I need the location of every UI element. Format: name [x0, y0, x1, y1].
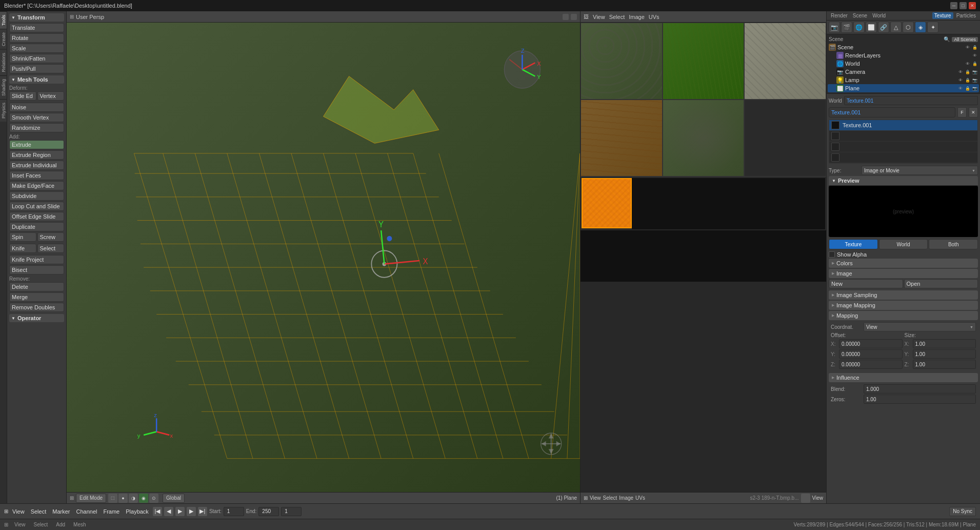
playback-btn-tl[interactable]: Playback	[124, 508, 151, 515]
frame-btn-tl[interactable]: Frame	[101, 508, 122, 515]
type-dropdown[interactable]: Image or Movie	[862, 166, 978, 175]
subdivide-btn[interactable]: Subdivide	[9, 191, 64, 201]
render-icon-4[interactable]: 📷	[972, 69, 978, 75]
sb-mesh-btn[interactable]: Mesh	[71, 522, 88, 527]
image-open-btn[interactable]: Open	[904, 279, 978, 288]
select-btn[interactable]: Select	[37, 244, 65, 253]
texture-new-btn[interactable]: F	[957, 107, 967, 117]
tree-item-lamp[interactable]: 💡 Lamp 👁 🔒 📷	[828, 76, 979, 84]
texture-item-4[interactable]	[829, 152, 977, 163]
uv-img-concrete[interactable]	[744, 23, 826, 100]
next-frame-btn[interactable]: ▶	[187, 507, 196, 516]
rp-texture-tab[interactable]: Texture	[932, 12, 953, 19]
knife-btn[interactable]: Knife	[9, 244, 36, 253]
image-sampling-header[interactable]: Image Sampling	[829, 290, 978, 300]
all-scenes-btn[interactable]: All Scenes	[952, 37, 978, 42]
operator-header[interactable]: Operator	[9, 314, 64, 322]
tree-item-camera[interactable]: 📷 Camera 👁 🔒 📷	[828, 68, 979, 76]
lock-icon-4[interactable]: 🔒	[965, 69, 971, 75]
uv-img-grass[interactable]	[663, 23, 745, 100]
prop-render-icon[interactable]: 📷	[829, 22, 840, 33]
influence-header[interactable]: Influence	[829, 373, 978, 382]
marker-btn-tl[interactable]: Marker	[50, 508, 72, 515]
uv-toggle[interactable]	[801, 494, 810, 503]
tree-item-plane[interactable]: ⬜ Plane 👁 🔒 📷	[828, 84, 979, 92]
tree-item-world[interactable]: 🌐 World 👁 🔒	[828, 60, 979, 68]
uv-selected-img[interactable]	[582, 178, 632, 228]
uv-black-area[interactable]	[632, 178, 825, 229]
render-icon-5[interactable]: 📷	[972, 77, 978, 83]
spin-btn[interactable]: Spin	[9, 232, 36, 242]
viewport[interactable]: ⊞ User Persp .grid-line { stroke: #e8a00…	[67, 11, 580, 503]
remove-doubles-btn[interactable]: Remove Doubles	[9, 303, 64, 312]
tab-relations[interactable]: Relations	[0, 49, 7, 75]
play-start-btn[interactable]: |◀	[153, 507, 162, 516]
texture-item-3[interactable]	[829, 142, 977, 152]
mesh-tools-header[interactable]: Mesh Tools	[9, 75, 64, 84]
viewport-type-icon[interactable]: ⊞	[70, 14, 74, 19]
screw-btn[interactable]: Screw	[37, 232, 65, 242]
size-x-val[interactable]: 1.00	[913, 339, 976, 348]
scale-btn[interactable]: Scale	[9, 44, 64, 53]
prop-scene-icon[interactable]: 🎬	[841, 22, 852, 33]
offset-x-val[interactable]: 0.00000	[839, 339, 903, 348]
uv-img-wood[interactable]	[581, 100, 663, 176]
eye-icon-3[interactable]: 👁	[965, 61, 971, 67]
rotate-btn[interactable]: Rotate	[9, 33, 64, 43]
prev-frame-btn[interactable]: ◀	[164, 507, 173, 516]
texture-delete-btn[interactable]: ✕	[969, 107, 978, 117]
vertex-btn[interactable]: Vertex	[37, 91, 65, 101]
zeros-val[interactable]: 1.00	[864, 395, 976, 404]
uv-view2[interactable]: View	[812, 495, 824, 501]
viewport-canvas[interactable]: .grid-line { stroke: #e8a000; stroke-wid…	[67, 23, 580, 492]
lock-icon-5[interactable]: 🔒	[965, 77, 971, 83]
play-btn[interactable]: ▶	[175, 507, 185, 516]
eye-icon-4[interactable]: 👁	[957, 69, 964, 75]
uv-footer-icon[interactable]: ⊞	[584, 495, 588, 501]
bisect-btn[interactable]: Bisect	[9, 265, 64, 274]
uv-uvs-btn[interactable]: UVs	[647, 14, 662, 20]
tab-tools[interactable]: Tools	[0, 11, 7, 29]
mapping-header[interactable]: Mapping	[829, 311, 978, 320]
prop-material-icon[interactable]: ⬡	[903, 22, 914, 33]
eye-icon[interactable]: 👁	[965, 44, 971, 50]
tab-shading[interactable]: Shading	[0, 75, 7, 99]
sb-add-btn[interactable]: Add	[54, 522, 67, 527]
extrude-btn[interactable]: Extrude	[9, 140, 64, 149]
rp-scene-tab[interactable]: Scene	[851, 12, 869, 19]
inset-faces-btn[interactable]: Inset Faces	[9, 171, 64, 180]
viewport-toggle-1[interactable]	[563, 14, 569, 20]
prop-particles-icon[interactable]: ✦	[927, 22, 938, 33]
render-icon-6[interactable]: 📷	[972, 85, 978, 91]
extrude-region-btn[interactable]: Extrude Region	[9, 150, 64, 160]
prop-data-icon[interactable]: △	[890, 22, 902, 33]
preview-header[interactable]: Preview	[829, 176, 978, 186]
smooth-vertex-btn[interactable]: Smooth Vertex	[9, 113, 64, 122]
image-mapping-header[interactable]: Image Mapping	[829, 301, 978, 310]
lock-icon-3[interactable]: 🔒	[972, 61, 978, 67]
timeline-icon[interactable]: ⊞	[4, 508, 8, 514]
select-btn-tl[interactable]: Select	[29, 508, 49, 515]
uv-footer-image[interactable]: Image	[619, 495, 633, 501]
push-pull-btn[interactable]: Push/Pull	[9, 64, 64, 73]
world-tab-btn[interactable]: World	[879, 239, 928, 249]
tab-create[interactable]: Create	[0, 29, 7, 49]
tab-physics[interactable]: Physics	[0, 99, 7, 122]
search-icon[interactable]: 🔍	[944, 36, 950, 42]
image-header[interactable]: Image	[829, 269, 978, 278]
wireframe-btn[interactable]: ⬚	[108, 494, 117, 503]
sb-select-btn[interactable]: Select	[32, 522, 50, 527]
rp-particles-tab[interactable]: Particles	[954, 12, 978, 19]
extrude-individual-btn[interactable]: Extrude Individual	[9, 161, 64, 170]
offset-z-val[interactable]: 0.00000	[839, 360, 903, 369]
show-alpha-checkbox[interactable]	[829, 251, 835, 258]
size-z-val[interactable]: 1.00	[913, 360, 976, 369]
blend-val[interactable]: 1.000	[864, 384, 976, 394]
eye-icon-5[interactable]: 👁	[957, 77, 964, 83]
coord-dropdown[interactable]: View	[864, 322, 976, 331]
play-end-btn[interactable]: ▶|	[198, 507, 207, 516]
transform-header[interactable]: Transform	[9, 13, 64, 22]
uv-panel-icon[interactable]: 🖼	[584, 14, 589, 19]
prop-obj-icon[interactable]: ⬜	[866, 22, 877, 33]
viewport-footer-icon[interactable]: ⊞	[70, 495, 74, 501]
